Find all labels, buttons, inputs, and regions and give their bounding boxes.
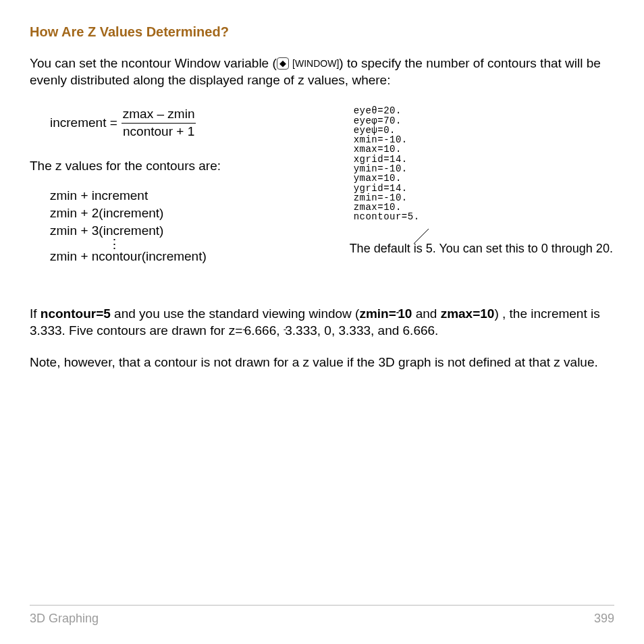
p2-i: 3.333, 0, 3.333, and 6.666. <box>285 323 438 338</box>
p2-b: ncontour=5 <box>41 306 111 321</box>
frac-den: ncontour + 1 <box>122 124 196 140</box>
section-heading: How Are Z Values Determined? <box>30 23 614 41</box>
zlist-n: zmin + ncontour(increment) <box>50 248 346 265</box>
footer-section: 3D Graphing <box>30 611 99 626</box>
frac-num-a: zmax <box>123 107 153 121</box>
calculator-screenshot: eyeθ=20. eyeφ=70. eyeψ=0. xmin=-10. xmax… <box>354 106 614 221</box>
diamond-key-icon: ◆ <box>277 57 289 70</box>
p2-h: 6.666, <box>244 323 284 338</box>
paragraph-2: If ncontour=5 and you use the standard v… <box>30 306 614 339</box>
p2-d2: 10 <box>398 306 412 321</box>
increment-fraction: zmax – zmin ncontour + 1 <box>122 106 196 140</box>
p2-c: and you use the standard viewing window … <box>111 306 360 321</box>
zlist-1: zmin + increment <box>50 188 346 205</box>
window-key-label: [WINDOW] <box>292 58 339 69</box>
p2-f: zmax=10 <box>441 306 495 321</box>
pointer-line-icon <box>410 227 433 245</box>
frac-num-b: zmin <box>167 107 194 121</box>
paragraph-3: Note, however, that a contour is not dra… <box>30 354 614 371</box>
annotation-text: The default is 5. You can set this to 0 … <box>350 241 614 257</box>
increment-label: increment = <box>50 115 117 132</box>
vertical-dots-icon: ⋮ <box>50 240 346 248</box>
zlist-3: zmin + 3(increment) <box>50 223 346 240</box>
zlist-2: zmin + 2(increment) <box>50 205 346 222</box>
zvals-label: The z values for the contours are: <box>30 158 346 175</box>
p2-e: and <box>412 306 440 321</box>
p2-d: zmin= <box>359 306 396 321</box>
footer-page-number: 399 <box>594 611 614 626</box>
intro-text-1: You can set the ncontour Window variable… <box>30 56 277 70</box>
intro-paragraph: You can set the ncontour Window variable… <box>30 55 614 88</box>
p2-a: If <box>30 306 41 321</box>
frac-num-minus: – <box>153 107 167 121</box>
svg-line-0 <box>414 229 429 244</box>
